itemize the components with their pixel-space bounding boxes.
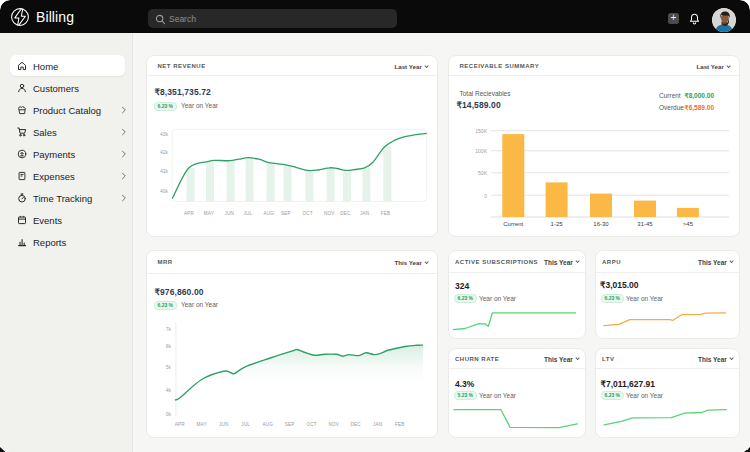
svg-text:APR: APR: [175, 422, 186, 427]
svg-text:JUL: JUL: [244, 211, 253, 216]
svg-text:4k: 4k: [166, 387, 172, 393]
svg-text:42k: 42k: [160, 149, 169, 155]
svg-text:0k: 0k: [166, 411, 172, 417]
svg-text:JUL: JUL: [241, 422, 250, 427]
svg-text:JUN: JUN: [219, 422, 229, 427]
svg-text:MAY: MAY: [197, 422, 207, 427]
svg-text:>45: >45: [683, 221, 694, 227]
svg-text:Current: Current: [503, 221, 523, 227]
svg-text:SEP: SEP: [285, 422, 295, 427]
svg-text:OCT: OCT: [307, 422, 317, 427]
svg-text:16-30: 16-30: [593, 221, 609, 227]
svg-text:FEB: FEB: [395, 422, 405, 427]
svg-text:APR: APR: [184, 211, 195, 216]
svg-text:100K: 100K: [475, 148, 487, 154]
svg-text:SEP: SEP: [281, 211, 291, 216]
svg-text:FEB: FEB: [381, 211, 391, 216]
svg-text:NOV: NOV: [324, 211, 335, 216]
svg-text:150K: 150K: [475, 128, 487, 134]
svg-text:OCT: OCT: [302, 211, 312, 216]
svg-text:31-45: 31-45: [637, 221, 653, 227]
svg-text:41k: 41k: [160, 168, 169, 174]
svg-text:5k: 5k: [166, 364, 172, 370]
svg-text:JUN: JUN: [225, 211, 235, 216]
svg-text:JAN: JAN: [360, 211, 369, 216]
svg-text:43k: 43k: [160, 131, 169, 137]
svg-text:0: 0: [484, 193, 487, 199]
svg-text:50K: 50K: [478, 170, 488, 176]
svg-text:NOV: NOV: [328, 422, 339, 427]
svg-text:7k: 7k: [166, 326, 172, 332]
svg-text:DEC: DEC: [340, 211, 351, 216]
svg-text:MAY: MAY: [204, 211, 214, 216]
svg-text:1-25: 1-25: [551, 221, 564, 227]
svg-text:AUG: AUG: [264, 211, 275, 216]
svg-text:DEC: DEC: [351, 422, 362, 427]
svg-text:JAN: JAN: [373, 422, 382, 427]
svg-text:AUG: AUG: [262, 422, 273, 427]
svg-text:40k: 40k: [160, 188, 169, 194]
svg-text:6k: 6k: [166, 343, 172, 349]
